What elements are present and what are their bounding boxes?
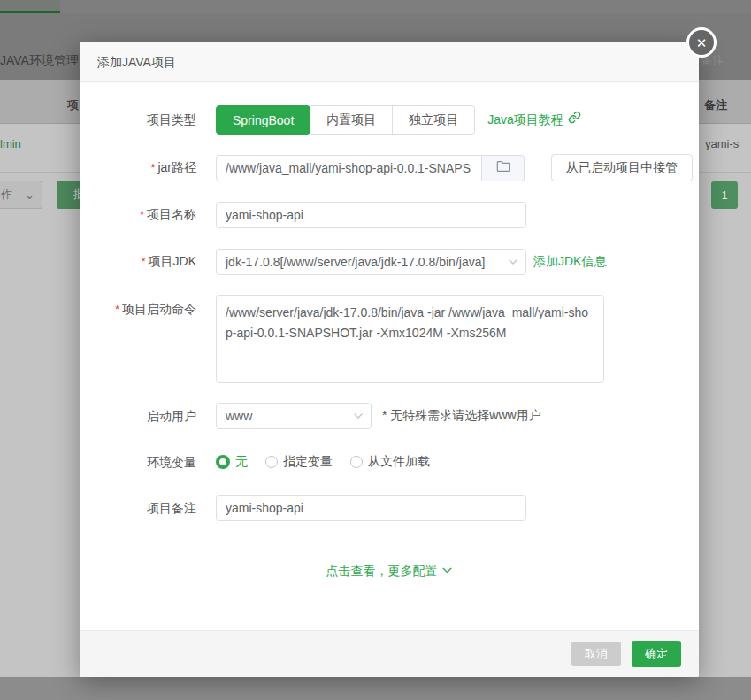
divider [97,550,681,550]
cancel-button[interactable]: 取消 [571,642,621,666]
dialog-title: 添加JAVA项目 [97,55,176,71]
java-tutorial-link[interactable]: Java项目教程 [487,105,581,135]
background-tab-bar [0,0,751,13]
takeover-running-project-button[interactable]: 从已启动项目中接管 [551,154,693,181]
env-vars-label: 环境变量 [99,449,196,475]
radio-icon [265,456,278,468]
project-name-row: *项目名称 [80,201,699,228]
run-user-tip: * 无特殊需求请选择www用户 [382,408,541,424]
project-jdk-row: *项目JDK jdk-17.0.8[/www/server/java/jdk-1… [80,248,699,275]
dialog-body: 项目类型 SpringBoot 内置项目 独立项目 Java项目教程 *jar路… [80,82,699,580]
more-config-row: 点击查看，更多配置 [80,563,699,580]
jar-path-row: *jar路径 从已启动项目中接管 [80,154,699,181]
env-specify-radio[interactable]: 指定变量 [265,454,333,470]
link-icon [568,105,581,135]
background-row-remark: yami-s [705,137,739,150]
confirm-button[interactable]: 确定 [632,641,681,667]
background-active-tab [0,0,60,13]
folder-icon [496,160,510,176]
project-type-row: 项目类型 SpringBoot 内置项目 独立项目 Java项目教程 [80,105,699,135]
jar-path-label: *jar路径 [99,154,196,181]
dialog-footer: 取消 确定 [80,630,699,677]
run-user-select[interactable]: www [216,403,372,429]
project-note-label: 项目备注 [99,495,196,521]
background-pager-page-1: 1 [711,181,738,209]
run-user-label: 启动用户 [99,403,196,429]
background-col-remark: 备注 [704,97,727,113]
required-asterisk: * [150,161,155,174]
env-vars-row: 环境变量 无 指定变量 从文件加载 [80,449,699,475]
project-type-segment: SpringBoot 内置项目 独立项目 [216,105,475,135]
env-none-radio[interactable]: 无 [216,454,248,470]
radio-icon [216,455,230,469]
background-bottom-band [0,677,751,700]
background-window-title: JAVA环境管理 [0,53,79,69]
start-command-textarea[interactable]: /www/server/java/jdk-17.0.8/bin/java -ja… [216,295,604,383]
run-user-row: 启动用户 www * 无特殊需求请选择www用户 [80,403,699,429]
background-row-name-link: lmin [0,137,21,150]
jdk-select[interactable]: jdk-17.0.8[/www/server/java/jdk-17.0.8/b… [216,249,526,275]
start-command-label: *项目启动命令 [99,295,196,319]
more-config-link[interactable]: 点击查看，更多配置 [326,564,453,580]
required-asterisk: * [115,303,119,316]
project-note-input[interactable] [216,495,526,521]
type-builtin-button[interactable]: 内置项目 [310,105,393,135]
add-jdk-info-link[interactable]: 添加JDK信息 [533,254,606,270]
type-standalone-button[interactable]: 独立项目 [393,105,475,135]
browse-folder-button[interactable] [482,155,525,181]
required-asterisk: * [141,255,145,268]
project-note-row: 项目备注 [80,495,699,521]
project-jdk-label: *项目JDK [99,248,196,275]
background-col-project: 项 [67,97,79,113]
project-name-input[interactable] [216,202,526,228]
radio-icon [350,456,363,468]
jar-path-input[interactable] [216,155,482,181]
chevron-down-icon [508,257,518,267]
chevron-down-icon [441,565,453,579]
required-asterisk: * [140,208,144,221]
start-command-row: *项目启动命令 /www/server/java/jdk-17.0.8/bin/… [80,295,699,383]
run-user-value: www [226,409,252,423]
jdk-select-value: jdk-17.0.8[/www/server/java/jdk-17.0.8/b… [226,255,485,269]
chevron-down-icon: ⌄ [25,188,34,202]
add-java-project-dialog: 添加JAVA项目 ✕ 项目类型 SpringBoot 内置项目 独立项目 Jav… [80,42,699,677]
env-from-file-radio[interactable]: 从文件加载 [350,454,430,470]
project-name-label: *项目名称 [99,201,196,228]
project-type-label: 项目类型 [99,105,196,135]
type-springboot-button[interactable]: SpringBoot [216,105,310,135]
close-icon[interactable]: ✕ [686,27,717,58]
background-action-select: 作 ⌄ [0,181,42,209]
env-vars-radio-group: 无 指定变量 从文件加载 [216,449,430,475]
chevron-down-icon [353,411,364,421]
background-band [0,13,751,42]
dialog-header: 添加JAVA项目 ✕ [80,42,699,82]
